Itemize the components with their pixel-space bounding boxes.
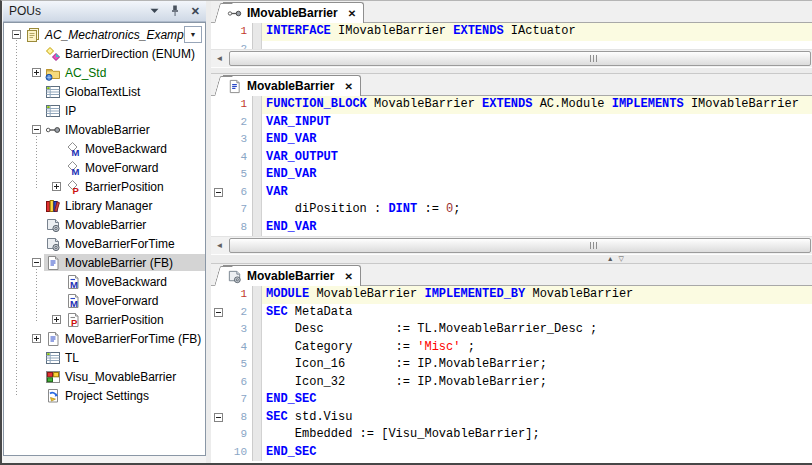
code-line[interactable]: 1INTERFACE IMovableBarrier EXTENDS IActu…	[211, 23, 812, 41]
collapse-box[interactable]	[28, 258, 44, 267]
code-line[interactable]: 1FUNCTION_BLOCK MovableBarrier EXTENDS A…	[211, 96, 812, 114]
tree-item-movebackward[interactable]: MMoveBackward	[4, 139, 205, 158]
code-line[interactable]: 10END_SEC	[211, 444, 812, 462]
tab-title: IMovableBarrier	[247, 6, 338, 20]
code-text[interactable]: END_SEC	[262, 444, 812, 462]
tree-item-barrierposition[interactable]: PBarrierPosition	[4, 177, 205, 196]
code-line[interactable]: 5END_VAR	[211, 166, 812, 184]
code-text[interactable]: Icon_32 := IP.MovableBarrier;	[262, 374, 812, 392]
code-text[interactable]: FUNCTION_BLOCK MovableBarrier EXTENDS AC…	[262, 96, 812, 114]
code-text[interactable]: MODULE MovableBarrier IMPLEMENTED_BY Mov…	[262, 286, 812, 304]
tab-movablebarrier[interactable]: MovableBarrier✕	[223, 265, 361, 286]
tab-movablebarrier[interactable]: MovableBarrier✕	[223, 75, 361, 96]
code-text[interactable]: Desc := TL.MoveableBarrier_Desc ;	[262, 321, 812, 339]
tree-item-barrierposition[interactable]: PBarrierPosition	[4, 310, 205, 329]
tab-imovablebarrier[interactable]: IMovableBarrier✕	[223, 2, 364, 23]
code-line[interactable]: 7 diPosition : DINT := 0;	[211, 201, 812, 219]
fold-collapse-box[interactable]	[211, 304, 225, 322]
expand-box[interactable]	[48, 315, 64, 324]
code-line[interactable]: 3 Desc := TL.MoveableBarrier_Desc ;	[211, 321, 812, 339]
code-token: SEC	[266, 410, 288, 424]
tree-item-movebarrierfortime[interactable]: MoveBarrierForTime	[4, 234, 205, 253]
code-line[interactable]: 9 Embedded := [Visu_MovableBarrier];	[211, 426, 812, 444]
tree-item-visu-movablebarrier[interactable]: Visu_MovableBarrier	[4, 367, 205, 386]
code-line[interactable]: 2VAR_INPUT	[211, 114, 812, 132]
code-text[interactable]: END_VAR	[262, 219, 812, 237]
tab-close-icon[interactable]: ✕	[344, 81, 352, 92]
tab-close-icon[interactable]: ✕	[344, 271, 352, 282]
code-text[interactable]: diPosition : DINT := 0;	[262, 201, 812, 219]
tree-item-movebarrierfortime-fb[interactable]: MoveBarrierForTime (FB)	[4, 329, 205, 348]
code-area[interactable]: 1INTERFACE IMovableBarrier EXTENDS IActu…	[211, 23, 812, 49]
code-text[interactable]: VAR	[262, 184, 812, 202]
scroll-left-icon[interactable]: ◄	[211, 237, 228, 254]
code-text[interactable]: INTERFACE IMovableBarrier EXTENDS IActua…	[262, 23, 812, 41]
code-text[interactable]: SEC std.Visu	[262, 409, 812, 427]
code-line[interactable]: 7END_SEC	[211, 391, 812, 409]
collapse-up-icon[interactable]: ▲	[607, 255, 614, 263]
tree-item-moveforward[interactable]: MMoveForward	[4, 158, 205, 177]
code-text[interactable]: END_VAR	[262, 131, 812, 149]
tree-item-ac-std[interactable]: AC_Std	[4, 63, 205, 82]
code-text[interactable]	[262, 41, 812, 50]
collapse-down-icon[interactable]: ▽	[619, 255, 624, 263]
code-text[interactable]: END_VAR	[262, 166, 812, 184]
tree-item-library-manager[interactable]: Library Manager	[4, 196, 205, 215]
tree-item-tl[interactable]: TL	[4, 348, 205, 367]
code-area[interactable]: 1MODULE MovableBarrier IMPLEMENTED_BY Mo…	[211, 286, 812, 463]
tree-item-movablebarrier[interactable]: MovableBarrier	[4, 215, 205, 234]
chevron-down-icon[interactable]	[150, 8, 159, 14]
expand-box[interactable]	[28, 68, 44, 77]
tree-item-moveforward[interactable]: MMoveForward	[4, 291, 205, 310]
code-line[interactable]: 6VAR	[211, 184, 812, 202]
scroll-left-icon[interactable]: ◄	[211, 50, 228, 67]
tab-close-icon[interactable]: ✕	[348, 8, 356, 19]
item-dropdown-button[interactable]: ▼	[184, 26, 202, 43]
code-line[interactable]: 2SEC MetaData	[211, 304, 812, 322]
code-text[interactable]: Category := 'Misc' ;	[262, 339, 812, 357]
code-line[interactable]: 3END_VAR	[211, 131, 812, 149]
code-line[interactable]: 5 Icon_16 := IP.MovableBarrier;	[211, 356, 812, 374]
code-text[interactable]: VAR_OUTPUT	[262, 149, 812, 167]
code-line[interactable]: 8SEC std.Visu	[211, 409, 812, 427]
code-line[interactable]: 1MODULE MovableBarrier IMPLEMENTED_BY Mo…	[211, 286, 812, 304]
expand-box[interactable]	[28, 334, 44, 343]
expand-box[interactable]	[48, 182, 64, 191]
tree-item-ip[interactable]: IP	[4, 101, 205, 120]
pane-splitter[interactable]: ▲ ▽	[211, 254, 812, 264]
tree-item-barrierdirection-enum[interactable]: BarrierDirection (ENUM)	[4, 44, 205, 63]
line-number: 2	[225, 304, 253, 322]
tree-item-movebackward[interactable]: MMoveBackward	[4, 272, 205, 291]
code-line[interactable]: 2	[211, 41, 812, 50]
code-text[interactable]: VAR_INPUT	[262, 114, 812, 132]
horizontal-scrollbar[interactable]: ◄	[211, 236, 812, 254]
horizontal-scrollbar[interactable]: ◄	[211, 49, 812, 67]
pane-splitter[interactable]	[211, 67, 812, 74]
scrollbar-thumb[interactable]	[229, 238, 811, 253]
fold-margin	[211, 23, 225, 41]
code-line[interactable]: 6 Icon_32 := IP.MovableBarrier;	[211, 374, 812, 392]
scrollbar-thumb[interactable]	[229, 51, 811, 66]
code-line[interactable]: 8END_VAR	[211, 219, 812, 237]
code-text[interactable]: Icon_16 := IP.MovableBarrier;	[262, 356, 812, 374]
scrollbar-track[interactable]	[228, 237, 812, 254]
scrollbar-track[interactable]	[228, 50, 812, 67]
code-line[interactable]: 4VAR_OUTPUT	[211, 149, 812, 167]
code-text[interactable]: END_SEC	[262, 391, 812, 409]
tree-item-ac-mechatronics-example[interactable]: AC_Mechatronics_Example▼	[4, 25, 205, 44]
code-text[interactable]: Embedded := [Visu_MovableBarrier];	[262, 426, 812, 444]
tree-item-imovablebarrier[interactable]: IMovableBarrier	[4, 120, 205, 139]
close-icon[interactable]: ✕	[191, 6, 200, 17]
code-area[interactable]: 1FUNCTION_BLOCK MovableBarrier EXTENDS A…	[211, 96, 812, 236]
fold-collapse-box[interactable]	[211, 184, 225, 202]
tree-item-movablebarrier-fb[interactable]: MovableBarrier (FB)	[4, 253, 205, 272]
tree-item-globaltextlist[interactable]: GlobalTextList	[4, 82, 205, 101]
collapse-box[interactable]	[8, 30, 24, 39]
module-icon	[44, 236, 62, 252]
code-line[interactable]: 4 Category := 'Misc' ;	[211, 339, 812, 357]
pin-icon[interactable]	[170, 5, 180, 17]
collapse-box[interactable]	[28, 125, 44, 134]
fold-collapse-box[interactable]	[211, 409, 225, 427]
tree-item-project-settings[interactable]: Project Settings	[4, 386, 205, 405]
code-text[interactable]: SEC MetaData	[262, 304, 812, 322]
